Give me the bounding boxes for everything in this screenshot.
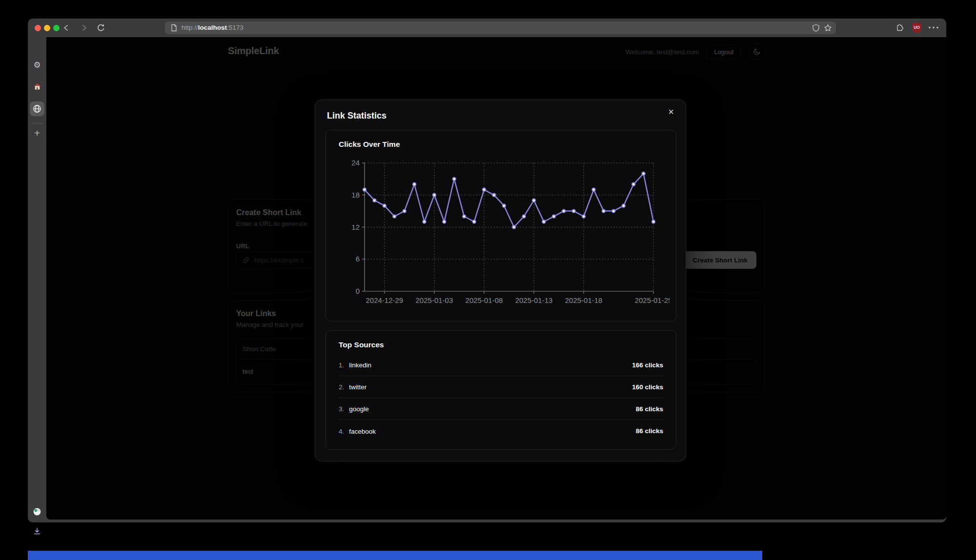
window-zoom-button[interactable] <box>53 25 60 31</box>
sources-title: Top Sources <box>339 340 384 349</box>
clicks-chart-panel: Clicks Over Time 061218242024-12-292025-… <box>325 130 676 321</box>
list-item: 4.facebook 86 clicks <box>339 420 663 442</box>
page-content: SimpleLink Welcome, test@test.com Logout… <box>46 37 946 520</box>
window-minimize-button[interactable] <box>44 25 50 31</box>
svg-text:6: 6 <box>356 255 360 263</box>
url-port: :5173 <box>227 24 244 31</box>
source-rank: 2. <box>339 383 344 391</box>
source-rank: 1. <box>339 361 344 369</box>
browser-logo-icon[interactable] <box>33 507 41 516</box>
svg-text:2025-01-25: 2025-01-25 <box>635 296 670 304</box>
home-tab-icon[interactable] <box>34 83 41 90</box>
chart-title: Clicks Over Time <box>339 140 400 149</box>
close-icon[interactable]: × <box>664 105 678 119</box>
back-icon[interactable] <box>62 23 71 32</box>
top-sources-panel: Top Sources 1.linkedin 166 clicks 2.twit… <box>325 330 676 450</box>
list-item: 2.twitter 160 clicks <box>339 376 663 398</box>
source-clicks: 86 clicks <box>636 427 663 435</box>
sidebar-divider <box>31 123 43 124</box>
sources-list: 1.linkedin 166 clicks 2.twitter 160 clic… <box>339 354 663 442</box>
modal-title: Link Statistics <box>327 111 386 121</box>
background-window-strip <box>28 551 762 560</box>
list-item: 1.linkedin 166 clicks <box>339 354 663 376</box>
source-clicks: 160 clicks <box>632 383 663 391</box>
source-name: facebook <box>349 428 376 435</box>
source-clicks: 86 clicks <box>636 405 663 413</box>
svg-text:2025-01-03: 2025-01-03 <box>416 296 453 304</box>
clicks-over-time-chart: 061218242024-12-292025-01-032025-01-0820… <box>333 156 670 308</box>
svg-text:2025-01-18: 2025-01-18 <box>565 296 603 304</box>
downloads-icon[interactable] <box>33 527 41 535</box>
settings-gear-icon[interactable]: ⚙ <box>28 60 46 70</box>
source-clicks: 166 clicks <box>632 361 663 369</box>
url-bar[interactable]: http://localhost:5173 <box>165 21 836 34</box>
svg-text:18: 18 <box>351 191 360 199</box>
list-item: 3.google 86 clicks <box>339 398 663 420</box>
svg-text:2024-12-29: 2024-12-29 <box>366 296 403 304</box>
svg-text:24: 24 <box>351 159 360 167</box>
reload-icon[interactable] <box>97 23 105 32</box>
source-name: linkedin <box>349 361 371 369</box>
page-icon[interactable] <box>170 24 178 32</box>
url-text: http://localhost:5173 <box>182 21 244 34</box>
active-tab[interactable] <box>30 101 44 116</box>
tab-sidebar: ⚙ + <box>28 37 46 522</box>
globe-icon <box>33 104 41 113</box>
svg-text:2025-01-08: 2025-01-08 <box>466 296 503 304</box>
adblock-shield-icon[interactable]: UO <box>912 23 921 33</box>
window-close-button[interactable] <box>35 25 41 31</box>
svg-text:2025-01-13: 2025-01-13 <box>515 296 553 304</box>
source-name: google <box>349 405 369 413</box>
url-host: localhost <box>198 24 227 31</box>
new-tab-button[interactable]: + <box>28 128 46 139</box>
source-name: twitter <box>349 383 366 391</box>
browser-window: http://localhost:5173 UO ⚙ + <box>28 19 946 522</box>
source-rank: 3. <box>339 405 344 413</box>
extensions-puzzle-icon[interactable] <box>895 23 905 33</box>
svg-text:12: 12 <box>351 223 360 231</box>
bookmark-star-icon[interactable] <box>824 24 832 32</box>
more-menu-icon[interactable] <box>928 26 939 29</box>
source-rank: 4. <box>339 428 344 435</box>
url-scheme: http:// <box>182 24 198 31</box>
tracking-shield-icon[interactable] <box>812 24 820 32</box>
browser-toolbar: http://localhost:5173 UO <box>28 19 946 37</box>
forward-icon[interactable] <box>80 23 88 32</box>
svg-text:0: 0 <box>356 287 360 295</box>
link-statistics-modal: Link Statistics × Clicks Over Time 06121… <box>315 100 686 461</box>
